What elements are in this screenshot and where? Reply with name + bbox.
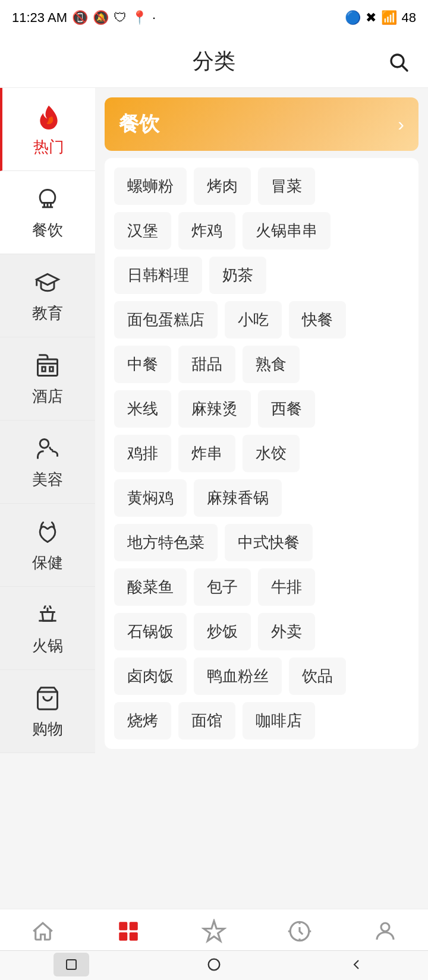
status-right: 🔵 ✖ 📶 48 (345, 10, 416, 26)
sidebar-label-beauty: 美容 (32, 469, 63, 490)
svg-point-5 (40, 440, 49, 448)
tag-item[interactable]: 熟食 (243, 346, 300, 383)
time-display: 11:23 AM (12, 10, 67, 26)
health-icon (32, 517, 63, 548)
sidebar-label-hotel: 酒店 (32, 386, 63, 407)
tag-item[interactable]: 米线 (114, 390, 171, 428)
tag-item[interactable]: 中式快餐 (225, 524, 313, 561)
category-banner[interactable]: 餐饮 › (105, 97, 418, 151)
system-back-btn[interactable] (54, 953, 89, 976)
sidebar-item-hotel[interactable]: 酒店 (0, 337, 95, 421)
tag-item[interactable]: 包子 (194, 568, 251, 606)
system-recents-btn[interactable] (339, 953, 374, 976)
tag-item[interactable]: 水饺 (243, 435, 300, 472)
svg-point-12 (381, 923, 389, 931)
tag-item[interactable]: 炸串 (178, 435, 235, 472)
sidebar-item-hotpot[interactable]: 火锅 (0, 587, 95, 670)
tag-item[interactable]: 饮品 (289, 657, 346, 695)
tag-item[interactable]: 面包蛋糕店 (114, 301, 218, 339)
hotpot-icon (32, 600, 63, 631)
sidebar-label-hot: 热门 (33, 137, 64, 157)
tag-row-2: 日韩料理奶茶 (114, 257, 409, 294)
tag-item[interactable]: 炒饭 (194, 613, 251, 650)
page-title: 分类 (193, 47, 235, 76)
signal-icon: 📵 (72, 10, 88, 26)
main-container: 热门 餐饮 教育 (0, 88, 428, 949)
sidebar-label-health: 保健 (32, 552, 63, 573)
bag-icon (32, 683, 63, 714)
tag-item[interactable]: 快餐 (289, 301, 346, 339)
category-icon (114, 917, 143, 946)
tag-row-10: 石锅饭炒饭外卖 (114, 613, 409, 650)
svg-rect-13 (67, 960, 76, 969)
status-bar: 11:23 AM 📵 🔕 🛡 📍 · 🔵 ✖ 📶 48 (0, 0, 428, 36)
sidebar-label-hotpot: 火锅 (32, 636, 63, 656)
tag-row-9: 酸菜鱼包子牛排 (114, 568, 409, 606)
tag-item[interactable]: 甜品 (178, 346, 235, 383)
tag-row-5: 米线麻辣烫西餐 (114, 390, 409, 428)
tag-item[interactable]: 烤肉 (194, 167, 251, 205)
svg-rect-2 (38, 359, 58, 376)
sidebar-item-hot[interactable]: 热门 (0, 88, 95, 171)
shield-icon: 🛡 (114, 10, 127, 26)
sidebar-label-food: 餐饮 (32, 220, 63, 241)
tag-item[interactable]: 卤肉饭 (114, 657, 187, 695)
tag-row-4: 中餐甜品熟食 (114, 346, 409, 383)
sidebar-item-beauty[interactable]: 美容 (0, 421, 95, 504)
tag-item[interactable]: 日韩料理 (114, 257, 202, 294)
svg-line-1 (402, 65, 407, 70)
sidebar: 热门 餐饮 教育 (0, 88, 95, 949)
tag-item[interactable]: 烧烤 (114, 702, 171, 739)
sidebar-item-food[interactable]: 餐饮 (0, 171, 95, 254)
notifications-icon: 🔕 (93, 10, 109, 26)
fire-icon (33, 101, 64, 132)
category-banner-arrow: › (398, 113, 404, 135)
tag-item[interactable]: 地方特色菜 (114, 524, 218, 561)
location-icon: 📍 (131, 10, 147, 26)
sidebar-label-edu: 教育 (32, 303, 63, 324)
tag-item[interactable]: 中餐 (114, 346, 171, 383)
tag-item[interactable]: 咖啡店 (243, 702, 315, 739)
tag-row-12: 烧烤面馆咖啡店 (114, 702, 409, 739)
sidebar-item-edu[interactable]: 教育 (0, 254, 95, 337)
tag-item[interactable]: 黄焖鸡 (114, 479, 187, 517)
tag-item[interactable]: 小吃 (225, 301, 282, 339)
tag-section: 螺蛳粉烤肉冒菜汉堡炸鸡火锅串串日韩料理奶茶面包蛋糕店小吃快餐中餐甜品熟食米线麻辣… (105, 158, 418, 749)
tag-item[interactable]: 面馆 (178, 702, 235, 739)
tag-item[interactable]: 汉堡 (114, 212, 171, 249)
tag-item[interactable]: 麻辣香锅 (194, 479, 282, 517)
svg-rect-9 (130, 922, 138, 930)
tag-item[interactable]: 火锅串串 (243, 212, 331, 249)
tag-item[interactable]: 石锅饭 (114, 613, 187, 650)
tag-row-11: 卤肉饭鸭血粉丝饮品 (114, 657, 409, 695)
tag-item[interactable]: 牛排 (258, 568, 315, 606)
tag-item[interactable]: 西餐 (258, 390, 315, 428)
sidebar-item-shopping[interactable]: 购物 (0, 670, 95, 753)
tag-row-1: 汉堡炸鸡火锅串串 (114, 212, 409, 249)
tag-item[interactable]: 麻辣烫 (178, 390, 251, 428)
tag-item[interactable]: 螺蛳粉 (114, 167, 187, 205)
system-home-btn[interactable] (196, 953, 232, 976)
x-icon: ✖ (366, 10, 376, 26)
tag-row-0: 螺蛳粉烤肉冒菜 (114, 167, 409, 205)
svg-point-14 (209, 959, 220, 970)
tag-item[interactable]: 酸菜鱼 (114, 568, 187, 606)
sidebar-item-health[interactable]: 保健 (0, 504, 95, 587)
tag-item[interactable]: 鸡排 (114, 435, 171, 472)
tag-item[interactable]: 冒菜 (258, 167, 315, 205)
home-icon (29, 917, 57, 946)
svg-rect-3 (42, 367, 46, 371)
search-button[interactable] (385, 49, 411, 75)
tag-item[interactable]: 奶茶 (209, 257, 266, 294)
tag-item[interactable]: 外卖 (258, 613, 315, 650)
bluetooth-icon: 🔵 (345, 10, 361, 26)
tag-item[interactable]: 炸鸡 (178, 212, 235, 249)
dot-icon: · (152, 10, 156, 26)
headlines-icon (285, 917, 314, 946)
svg-rect-10 (130, 932, 138, 940)
category-banner-text: 餐饮 (119, 110, 159, 138)
tag-item[interactable]: 鸭血粉丝 (194, 657, 282, 695)
ranking-icon (200, 917, 228, 946)
page-header: 分类 (0, 36, 428, 88)
svg-rect-8 (119, 932, 127, 940)
